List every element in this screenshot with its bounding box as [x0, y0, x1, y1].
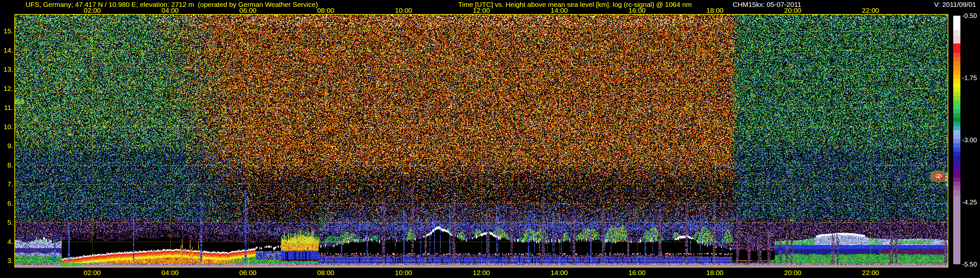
y-tick-label: 14. — [0, 46, 13, 54]
colorbar-tick-label: -5.50 — [962, 260, 977, 268]
y-tick-label: 6. — [0, 200, 13, 207]
version-text: V: 2011/09/01 — [934, 1, 976, 8]
x-tick-label: 04:00 — [161, 269, 179, 277]
colorbar-tick-label: -1.75 — [962, 74, 977, 82]
x-tick-label: 08:00 — [317, 6, 334, 14]
lidar-heatmap-canvas — [14, 14, 948, 268]
y-tick-label: 8. — [0, 161, 13, 169]
y-tick-label: 7. — [0, 180, 13, 188]
x-tick-label: 20:00 — [784, 6, 801, 14]
y-tick-label: 10. — [0, 123, 13, 131]
x-tick-label: 06:00 — [239, 6, 256, 14]
x-tick-label: 16:00 — [628, 269, 646, 277]
x-tick-label: 10:00 — [395, 269, 412, 277]
y-tick-label: 9. — [0, 142, 13, 150]
page-title: Time [UTC] vs. Height above mean sea lev… — [458, 1, 692, 8]
y-tick-label: 15. — [0, 27, 13, 35]
ceilometer-quicklook-page: UFS, Germany; 47.417 N / 10.980 E; eleva… — [0, 0, 980, 278]
x-tick-label: 14:00 — [550, 6, 568, 14]
y-tick-label: 4. — [0, 238, 13, 246]
y-tick-label: 3. — [0, 257, 13, 265]
x-tick-label: 22:00 — [862, 269, 879, 277]
x-tick-label: 22:00 — [862, 6, 879, 14]
x-tick-label: 18:00 — [706, 269, 724, 277]
y-tick-label: 11. — [0, 104, 13, 112]
y-tick-label: 12. — [0, 85, 13, 93]
y-tick-label: 5. — [0, 219, 13, 226]
x-tick-label: 12:00 — [473, 6, 490, 14]
x-tick-label: 20:00 — [784, 269, 801, 277]
x-tick-label: 06:00 — [239, 269, 256, 277]
colorbar-tick-label: -4.25 — [962, 198, 977, 206]
x-tick-label: 04:00 — [161, 6, 179, 14]
x-tick-label: 10:00 — [395, 6, 412, 14]
colorbar-tick-label: -0.50 — [962, 12, 977, 20]
x-tick-label: 02:00 — [84, 269, 101, 277]
x-tick-label: 14:00 — [550, 269, 568, 277]
colorbar — [953, 16, 960, 264]
x-tick-label: 08:00 — [317, 269, 334, 277]
x-tick-label: 02:00 — [84, 6, 101, 14]
x-tick-label: 12:00 — [473, 269, 490, 277]
colorbar-tick-label: -3.00 — [962, 136, 977, 144]
x-tick-label: 18:00 — [706, 6, 724, 14]
y-tick-label: 13. — [0, 66, 13, 73]
x-tick-label: 16:00 — [628, 6, 646, 14]
